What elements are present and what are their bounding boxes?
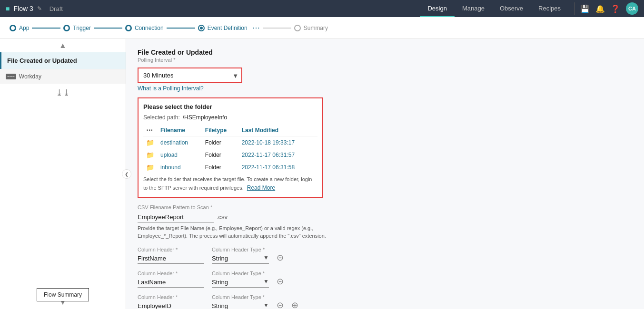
col-header-input-2[interactable] [138,277,204,288]
step-label-event: Event Definition [208,25,248,31]
save-icon[interactable]: 💾 [580,4,590,13]
col-header-group-2: Column Header * [138,270,204,288]
col-type-group-1: Column Header Type * String Integer Bool… [212,247,269,264]
tab-observe[interactable]: Observe [492,0,531,17]
sidebar-chevron: ⤓⤓ [0,84,126,102]
svg-point-3 [200,27,203,29]
folder-selector: Please select the folder Selected path: … [138,97,323,198]
table-row[interactable]: 📁 upload Folder 2022-11-17 06:31:57 [143,149,317,161]
flow-icon: ■ [6,5,10,12]
sidebar-active-label: File Created or Updated [7,57,77,64]
sidebar-collapse-btn[interactable]: ❮ [122,169,131,179]
remove-row-2-btn[interactable]: ⊝ [277,276,284,287]
workday-logo: ~~~ [6,74,16,79]
edit-flow-icon[interactable]: ✎ [37,5,42,12]
col-filetype-header: Filetype [202,125,239,136]
folder-type-inbound: Folder [205,164,221,171]
polling-link[interactable]: What is a Polling Interval? [138,85,633,92]
folder-type-destination: Folder [205,139,221,146]
col-header-input-3[interactable] [138,301,204,309]
bell-icon[interactable]: 🔔 [595,4,605,13]
csv-pattern-label: CSV Filename Pattern to Scan * [138,204,633,210]
col-header-input-1[interactable] [138,253,204,264]
csv-pattern-wrap: .csv [138,212,633,222]
tab-design[interactable]: Design [420,0,454,17]
col-type-label-1: Column Header Type * [212,247,269,252]
csv-extension: .csv [217,213,228,221]
step-dot-summary [294,25,301,31]
step-label-connection: Connection [135,25,164,31]
table-row[interactable]: 📁 destination Folder 2022-10-18 19:33:17 [143,136,317,149]
step-dot-trigger [63,25,70,31]
left-sidebar: ▲ File Created or Updated ~~~ Workday ⤓⤓… [0,39,126,309]
step-label-summary: Summary [304,25,328,31]
steps-bar: App Trigger Connection Event Definition … [0,17,644,39]
connector-4 [263,28,291,29]
step-connection[interactable]: Connection [125,25,164,31]
folder-name-destination: destination [160,139,188,146]
polling-interval-dropdown-wrap: 5 Minutes 10 Minutes 15 Minutes 30 Minut… [138,68,242,83]
col-type-select-1[interactable]: String Integer Boolean Date [212,253,269,264]
col-type-select-2[interactable]: String Integer Boolean Date [212,277,269,288]
flow-summary-button[interactable]: Flow Summary [37,288,89,301]
col-header-group-1: Column Header * [138,247,204,264]
step-label-app: App [19,25,29,31]
col-type-label-2: Column Header Type * [212,270,269,276]
tab-recipes[interactable]: Recipes [531,0,568,17]
column-row-1: Column Header * Column Header Type * Str… [138,247,633,264]
step-dot-event [198,25,205,31]
event-dots-icon: ⋯ [252,23,260,32]
connector-1 [32,28,60,29]
col-dots-header: ⋯ [143,125,158,136]
folder-modified-inbound: 2022-11-17 06:31:58 [242,164,295,171]
step-trigger[interactable]: Trigger [63,25,91,31]
svg-point-0 [11,26,15,30]
avatar[interactable]: CA [626,2,638,15]
col-header-label-3: Column Header * [138,294,204,300]
svg-point-2 [127,26,130,30]
sidebar-item-file-created[interactable]: File Created or Updated [0,52,126,69]
folder-icon-upload: 📁 [146,151,154,159]
column-row-3: Column Header * Column Header Type * Str… [138,294,633,309]
flow-name: Flow 3 [13,5,33,12]
folder-name-upload: upload [160,152,178,158]
polling-interval-select[interactable]: 5 Minutes 10 Minutes 15 Minutes 30 Minut… [138,68,242,83]
col-type-select-3[interactable]: String Integer Boolean Date [212,301,269,309]
tab-manage[interactable]: Manage [455,0,492,17]
remove-row-3-btn[interactable]: ⊝ [277,300,284,309]
folder-modified-upload: 2022-11-17 06:31:57 [242,152,295,158]
sidebar-workday: ~~~ Workday [0,69,126,84]
col-header-group-3: Column Header * [138,294,204,309]
folder-description: Select the folder that receives the targ… [143,175,317,192]
top-navigation: ■ Flow 3 ✎ Draft Design Manage Observe R… [0,0,644,17]
folder-selector-title: Please select the folder [143,103,317,110]
step-label-trigger: Trigger [73,25,91,31]
folder-type-upload: Folder [205,152,221,158]
main-layout: ▲ File Created or Updated ~~~ Workday ⤓⤓… [0,39,644,309]
polling-interval-label: Polling Interval * [138,57,633,63]
folder-path-label: Selected path: [143,114,180,121]
col-filename-header: Filename [158,125,202,136]
folder-modified-destination: 2022-10-18 19:33:17 [242,139,295,146]
read-more-link[interactable]: Read More [247,184,275,191]
csv-pattern-hint: Provide the target File Name (e.g., Empl… [138,224,337,240]
folder-icon-inbound: 📁 [146,164,154,171]
csv-pattern-input[interactable] [138,212,214,222]
table-row[interactable]: 📁 inbound Folder 2022-11-17 06:31:58 [143,161,317,174]
step-event-definition[interactable]: Event Definition ⋯ [198,23,260,32]
step-dot-connection [125,25,132,31]
add-row-btn[interactable]: ⊕ [291,300,298,309]
col-type-group-3: Column Header Type * String Integer Bool… [212,294,269,309]
workday-label: Workday [19,73,41,80]
help-icon[interactable]: ❓ [611,4,620,13]
folder-dots-icon[interactable]: ⋯ [146,126,154,134]
step-app[interactable]: App [10,25,29,31]
flow-status: Draft [50,5,63,12]
col-header-label-2: Column Header * [138,270,204,276]
section-title: File Created or Updated [138,48,633,56]
folder-path-value: /HSEmployeeInfo [183,114,227,121]
remove-row-1-btn[interactable]: ⊝ [277,252,284,263]
step-summary[interactable]: Summary [294,25,328,31]
scroll-up-btn[interactable]: ▲ [0,39,126,52]
svg-point-1 [65,26,69,30]
